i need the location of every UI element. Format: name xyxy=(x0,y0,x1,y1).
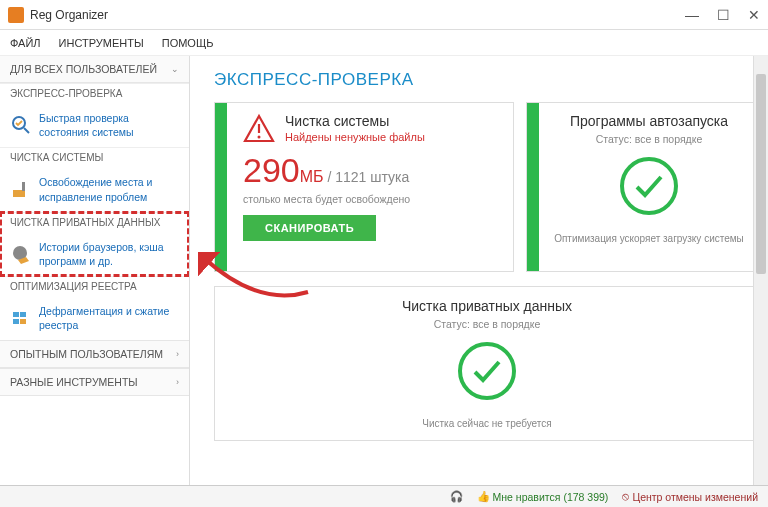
svg-rect-2 xyxy=(13,190,25,197)
scrollbar-thumb[interactable] xyxy=(756,74,766,274)
svg-point-11 xyxy=(622,159,676,213)
card-note: Оптимизация ускоряет загрузку системы xyxy=(554,233,744,244)
maximize-button[interactable]: ☐ xyxy=(717,7,730,23)
cleanup-unit: МБ xyxy=(300,168,324,185)
card-title: Программы автозапуска xyxy=(570,113,728,129)
like-label: Мне нравится xyxy=(493,491,561,503)
svg-rect-6 xyxy=(20,312,26,317)
sidebar-hdr-misc-label: РАЗНЫЕ ИНСТРУМЕНТЫ xyxy=(10,376,138,388)
card-title: Чистка системы xyxy=(285,113,425,129)
svg-rect-3 xyxy=(22,182,25,191)
sidebar-sub-system: ЧИСТКА СИСТЕМЫ xyxy=(0,147,189,167)
sidebar-hdr-allusers-label: ДЛЯ ВСЕХ ПОЛЬЗОВАТЕЛЕЙ xyxy=(10,63,157,75)
card-system-cleanup[interactable]: Чистка системы Найдены ненужные файлы 29… xyxy=(214,102,514,272)
broom-icon xyxy=(10,179,32,201)
thumbs-up-icon: 👍 xyxy=(477,490,490,503)
undo-icon: ⦸ xyxy=(622,490,629,503)
svg-rect-8 xyxy=(20,319,26,324)
sidebar-item-system-label: Освобождение места и исправление проблем xyxy=(39,175,179,203)
sidebar-group-private-highlighted: ЧИСТКА ПРИВАТНЫХ ДАННЫХ Истории браузеро… xyxy=(0,212,189,276)
chevron-right-icon: › xyxy=(176,377,179,387)
cleanup-size: 290МБ / 1121 штука xyxy=(243,151,497,190)
svg-line-1 xyxy=(24,128,29,133)
like-count: (178 399) xyxy=(563,491,608,503)
svg-rect-5 xyxy=(13,312,19,317)
sidebar-sub-private: ЧИСТКА ПРИВАТНЫХ ДАННЫХ xyxy=(0,212,189,232)
defrag-icon xyxy=(10,307,32,329)
card-accent xyxy=(527,103,539,271)
sidebar-sub-regopt: ОПТИМИЗАЦИЯ РЕЕСТРА xyxy=(0,276,189,296)
menubar: ФАЙЛ ИНСТРУМЕНТЫ ПОМОЩЬ xyxy=(0,30,768,56)
cleanup-hint: столько места будет освобождено xyxy=(243,193,497,205)
svg-rect-7 xyxy=(13,319,19,324)
scan-button[interactable]: СКАНИРОВАТЬ xyxy=(243,215,376,241)
chevron-right-icon: › xyxy=(176,349,179,359)
warning-icon xyxy=(243,113,275,145)
headphones-icon[interactable]: 🎧 xyxy=(450,490,463,503)
sidebar-item-private[interactable]: Истории браузеров, кэша программ и др. xyxy=(0,232,189,276)
content: ЭКСПРЕСС-ПРОВЕРКА Чистка системы Найдены… xyxy=(190,56,768,485)
sidebar-sub-express: ЭКСПРЕСС-ПРОВЕРКА xyxy=(0,83,189,103)
check-circle-icon xyxy=(618,155,680,217)
undo-label: Центр отмены изменений xyxy=(632,491,758,503)
undo-center-button[interactable]: ⦸ Центр отмены изменений xyxy=(622,490,758,503)
sidebar-item-regopt-label: Дефрагментация и сжатие реестра xyxy=(39,304,179,332)
scrollbar[interactable] xyxy=(753,56,768,485)
sidebar-item-system[interactable]: Освобождение места и исправление проблем xyxy=(0,167,189,211)
sidebar-hdr-allusers[interactable]: ДЛЯ ВСЕХ ПОЛЬЗОВАТЕЛЕЙ ⌄ xyxy=(0,56,189,83)
titlebar: Reg Organizer — ☐ ✕ xyxy=(0,0,768,30)
privacy-icon xyxy=(10,243,32,265)
menu-file[interactable]: ФАЙЛ xyxy=(10,37,41,49)
window-title: Reg Organizer xyxy=(30,8,108,22)
card-note: Чистка сейчас не требуется xyxy=(422,418,551,429)
like-button[interactable]: 👍 Мне нравится (178 399) xyxy=(477,490,609,503)
check-circle-icon xyxy=(456,340,518,402)
card-accent xyxy=(215,103,227,271)
statusbar: 🎧 👍 Мне нравится (178 399) ⦸ Центр отмен… xyxy=(0,485,768,507)
sidebar: ДЛЯ ВСЕХ ПОЛЬЗОВАТЕЛЕЙ ⌄ ЭКСПРЕСС-ПРОВЕР… xyxy=(0,56,190,485)
card-status: Статус: все в порядке xyxy=(434,318,541,330)
sidebar-hdr-misc[interactable]: РАЗНЫЕ ИНСТРУМЕНТЫ › xyxy=(0,368,189,396)
magnifier-check-icon xyxy=(10,114,32,136)
cleanup-count: 1121 штука xyxy=(335,169,409,185)
sidebar-hdr-expert-label: ОПЫТНЫМ ПОЛЬЗОВАТЕЛЯМ xyxy=(10,348,163,360)
card-status: Найдены ненужные файлы xyxy=(285,131,425,143)
sidebar-item-express-label: Быстрая проверка состояния системы xyxy=(39,111,179,139)
sidebar-item-express[interactable]: Быстрая проверка состояния системы xyxy=(0,103,189,147)
menu-tools[interactable]: ИНСТРУМЕНТЫ xyxy=(59,37,144,49)
card-startup[interactable]: Программы автозапуска Статус: все в поря… xyxy=(526,102,760,272)
sidebar-hdr-expert[interactable]: ОПЫТНЫМ ПОЛЬЗОВАТЕЛЯМ › xyxy=(0,340,189,368)
app-icon xyxy=(8,7,24,23)
menu-help[interactable]: ПОМОЩЬ xyxy=(162,37,214,49)
sidebar-item-private-label: Истории браузеров, кэша программ и др. xyxy=(39,240,179,268)
close-button[interactable]: ✕ xyxy=(748,7,760,23)
card-title: Чистка приватных данных xyxy=(402,298,572,314)
sidebar-item-regopt[interactable]: Дефрагментация и сжатие реестра xyxy=(0,296,189,340)
card-private-data[interactable]: Чистка приватных данных Статус: все в по… xyxy=(214,286,760,441)
card-status: Статус: все в порядке xyxy=(596,133,703,145)
svg-point-12 xyxy=(460,344,514,398)
cleanup-number: 290 xyxy=(243,151,300,189)
svg-point-10 xyxy=(258,136,261,139)
minimize-button[interactable]: — xyxy=(685,7,699,23)
chevron-down-icon: ⌄ xyxy=(171,64,179,74)
page-title: ЭКСПРЕСС-ПРОВЕРКА xyxy=(214,70,760,90)
